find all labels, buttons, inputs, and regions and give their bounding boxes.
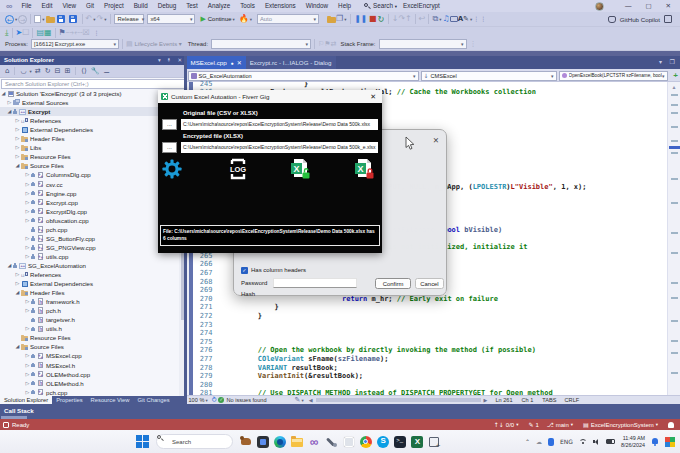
tree-item-msexcel-cpp[interactable]: ▷++MSExcel.cpp	[0, 351, 179, 360]
restart-icon[interactable]: ↻	[378, 15, 385, 24]
wifi-icon[interactable]	[579, 439, 587, 444]
notifications-bell-icon[interactable]	[668, 422, 674, 428]
open-folder-icon[interactable]	[46, 15, 55, 23]
copilot-area[interactable]: GitHub Copilot	[608, 15, 672, 23]
tree-item-utils-cpp[interactable]: ▷++utils.cpp	[0, 252, 179, 261]
tree-item-excrypt-cpp[interactable]: ▷++Excrypt.cpp	[0, 198, 179, 207]
preview-icon[interactable]: ⚊	[104, 68, 110, 75]
tree-item-external-dependencies[interactable]: ▷External Dependencies	[0, 125, 179, 134]
show-diagnostics-icon[interactable]: ▤	[36, 29, 44, 37]
step-into-icon[interactable]: ↓	[392, 15, 399, 23]
tree-item-header-files[interactable]: ◢Header Files	[0, 288, 179, 297]
undo-icon[interactable]: ↶	[86, 15, 93, 23]
continue-button[interactable]: ▶ Continue ▾	[200, 16, 235, 23]
tree-item-pch-cpp[interactable]: ▷++pch.cpp	[0, 388, 179, 396]
callstack-title[interactable]: Call Stack	[4, 407, 34, 414]
nav-member-combo[interactable]: OpenExcelBook(LPCTSTR szFilename, bool b…	[559, 71, 668, 81]
tree-item-targetver-h[interactable]: htargetver.h	[0, 315, 179, 324]
panel-tab-properties[interactable]: Properties	[52, 396, 86, 404]
tree-item-sg-pngview-cpp[interactable]: ▷++SG_PNGView.cpp	[0, 243, 179, 252]
hscroll-right-icon[interactable]: ▶	[484, 398, 488, 403]
redo-dropdown[interactable]: ▾	[104, 17, 106, 22]
zoom-level[interactable]: 100 %	[189, 397, 205, 403]
tree-item-libs[interactable]: ▷Libs	[0, 143, 179, 152]
tree-item-sg-excelautomation[interactable]: ◢++SG_ExcelAutomation	[0, 261, 179, 270]
dialog-titlebar[interactable]: Custom Excel Autoation - Fiverr Gig ✕	[158, 90, 382, 103]
split-window-icon[interactable]: ⧉	[432, 15, 438, 23]
taskbar-icon-edge[interactable]	[273, 435, 287, 449]
menu-view[interactable]: View	[57, 0, 81, 12]
thread-combo[interactable]: ▾	[211, 39, 311, 49]
taskbar-icon-skype[interactable]: S	[376, 435, 390, 449]
pointer-icon[interactable]: ➤	[16, 29, 23, 37]
log-file-icon[interactable]: LOG	[228, 158, 248, 180]
toolbar2-overflow-icon[interactable]: ⋮	[94, 30, 101, 36]
clear-bookmarks-icon[interactable]: ☒	[82, 29, 89, 37]
bookmark-icon[interactable]: ⚑	[59, 29, 66, 37]
maximize-button[interactable]: ▢	[638, 0, 658, 12]
menu-window[interactable]: Window	[301, 0, 333, 12]
pause-icon[interactable]: ❚❚	[354, 15, 367, 23]
menu-extensions[interactable]: Extensions	[260, 0, 301, 12]
configuration-combo[interactable]: Release▾	[114, 14, 144, 24]
stop-icon[interactable]: ■	[369, 15, 377, 23]
new-file-icon[interactable]	[34, 15, 41, 24]
password-input[interactable]	[273, 278, 357, 288]
light-dialog-close-icon[interactable]: ✕	[433, 136, 439, 145]
step-over-icon[interactable]: ↷	[398, 15, 405, 23]
bluetooth-icon[interactable]	[548, 438, 554, 446]
excel-lock-icon[interactable]: X	[354, 158, 375, 180]
menu-analyze[interactable]: Analyze	[203, 0, 235, 12]
tree-item-resource-files[interactable]: Resource Files	[0, 333, 179, 342]
tree-item-olemethod-cpp[interactable]: ▷++OLEMethod.cpp	[0, 370, 179, 379]
navigate-back-icon[interactable]: ←	[5, 15, 14, 24]
tree-item-source-files[interactable]: ◢Source Files	[0, 342, 179, 351]
line-indicator[interactable]: Ln 261	[495, 397, 512, 403]
sync-icon[interactable]: ⥁	[212, 397, 217, 404]
code-view-icon[interactable]: ⟨⟩	[81, 68, 86, 75]
auto-combo[interactable]: Auto▾	[257, 14, 319, 24]
taskbar-icon-excel[interactable]: X	[410, 435, 424, 449]
original-file-input[interactable]: C:\Users\micha\source\repos\ExcelEncrypt…	[181, 119, 378, 130]
refresh-icon[interactable]: ↻	[45, 68, 51, 75]
menu-test[interactable]: Test	[181, 0, 203, 12]
document-tab-msexcel.cpp[interactable]: MSExcel.cpp●✕	[187, 56, 246, 69]
encrypted-file-input[interactable]: C:\Users\micha\source\repos\ExcelEncrypt…	[181, 142, 378, 153]
properties-icon[interactable]: 🔧	[91, 68, 100, 75]
window-layout-dropdown[interactable]: ▾	[344, 17, 346, 22]
taskbar-icon-file-explorer[interactable]	[290, 435, 304, 449]
navigate-forward-icon[interactable]: →	[18, 15, 27, 24]
frames-icon[interactable]: ⇄	[331, 41, 337, 48]
branch-button[interactable]: ⎇main▾	[547, 421, 575, 428]
hot-reload-icon[interactable]: 🔥	[239, 15, 249, 23]
window-layout-icon[interactable]: ❐	[336, 15, 343, 23]
next-bookmark-icon[interactable]: ⤎	[74, 29, 82, 37]
panel-tab-resource-view[interactable]: Resource View	[87, 396, 134, 404]
taskbar-search[interactable]: Search	[156, 434, 233, 449]
save-all-icon[interactable]	[69, 15, 77, 23]
user-avatar[interactable]	[595, 2, 604, 11]
zoom-dropdown[interactable]: ▾	[205, 398, 207, 403]
solution-explorer-title-icons[interactable]: ▾ 🖈 ✕	[158, 56, 184, 65]
menu-file[interactable]: File	[16, 0, 36, 12]
tree-item-references[interactable]: ▷⊔References	[0, 270, 179, 279]
attach-process-icon[interactable]: ⤓	[5, 29, 9, 37]
nav-project-combo[interactable]: SG_ExcelAutomation▾	[188, 71, 419, 81]
process-combo[interactable]: [16612] Excrypt.exe▾	[31, 39, 119, 49]
taskbar-icon-outline-app[interactable]	[342, 435, 356, 449]
debuglocation-overflow-icon[interactable]: ⋮	[470, 41, 477, 48]
scrollbar-thumb[interactable]	[669, 146, 680, 149]
sync-commits-button[interactable]: ↑↓0/0▾	[494, 421, 521, 428]
column-indicator[interactable]: Ch 1	[522, 397, 534, 403]
zoom-tool-icon[interactable]: ☐	[22, 29, 29, 37]
toolbar-overflow-icon[interactable]: ⋮⋮	[473, 16, 487, 22]
rename-icon[interactable]: A✎	[458, 16, 469, 23]
memory-tool-icon[interactable]: ▦	[44, 29, 52, 37]
filter-dropdown[interactable]: ▾	[30, 69, 32, 74]
cancel-button[interactable]: Cancel	[415, 278, 444, 290]
solution-explorer-search-input[interactable]: Search Solution Explorer (Ctrl+;)	[1, 79, 185, 89]
restore-icon[interactable]: ↩	[419, 15, 426, 23]
split-window-dropdown[interactable]: ▾	[439, 17, 441, 22]
step-out-icon[interactable]: ↑	[405, 15, 412, 23]
tree-item-utils-h[interactable]: ▷hutils.h	[0, 324, 179, 333]
